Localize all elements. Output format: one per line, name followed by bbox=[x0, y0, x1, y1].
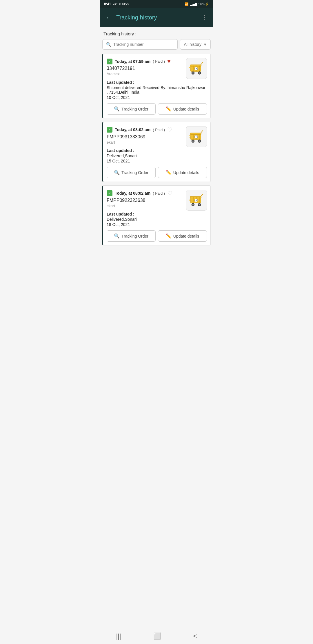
svg-point-38 bbox=[199, 204, 200, 205]
paid-badge-1: ( Paid ) bbox=[153, 128, 165, 132]
last-updated-label-0: Last updated : bbox=[107, 80, 207, 85]
favorite-icon-1[interactable]: ♡ bbox=[167, 126, 172, 133]
more-menu-button[interactable]: ⋮ bbox=[200, 13, 208, 22]
tracking-order-button-0[interactable]: 🔍 Tracking Order bbox=[107, 103, 156, 115]
favorite-icon-0[interactable]: ♥ bbox=[167, 58, 171, 65]
card-actions-2: 🔍 Tracking Order ✏️ Update details bbox=[107, 230, 207, 242]
card-datetime-row-2: ✓ Today, at 08:02 am ( Paid ) ♡ bbox=[107, 190, 183, 197]
svg-point-6 bbox=[192, 73, 194, 74]
tracking-card: ✓ Today, at 08:02 am ( Paid ) ♡ FMPP0931… bbox=[102, 122, 211, 182]
tracking-order-icon-0: 🔍 bbox=[114, 106, 120, 112]
header: ← Tracking history ⋮ bbox=[100, 8, 213, 27]
datetime-text-2: Today, at 08:02 am bbox=[115, 191, 150, 196]
checkbox-icon-2: ✓ bbox=[107, 190, 112, 196]
favorite-icon-2[interactable]: ♡ bbox=[167, 190, 172, 197]
courier-name-1: ekart bbox=[107, 140, 183, 144]
checkbox-icon-0: ✓ bbox=[107, 59, 112, 64]
filter-row: 🔍 All history ▼ bbox=[102, 39, 211, 50]
update-details-label-1: Update details bbox=[173, 170, 199, 175]
tracking-number-2: FMPP0922323638 bbox=[107, 198, 183, 203]
status-date-1: 15 Oct, 2021 bbox=[107, 159, 207, 163]
update-details-icon-1: ✏️ bbox=[166, 170, 172, 175]
card-header-2: ✓ Today, at 08:02 am ( Paid ) ♡ FMPP0922… bbox=[107, 190, 207, 211]
card-datetime-row-1: ✓ Today, at 08:02 am ( Paid ) ♡ bbox=[107, 126, 183, 133]
status-bar-right: 📶 ▂▄▆ 96%⚡ bbox=[185, 2, 209, 6]
datetime-text-1: Today, at 08:02 am bbox=[115, 127, 150, 132]
search-input[interactable] bbox=[113, 42, 174, 47]
history-dropdown[interactable]: All history ▼ bbox=[180, 39, 211, 50]
update-details-label-2: Update details bbox=[173, 234, 199, 238]
update-details-button-0[interactable]: ✏️ Update details bbox=[158, 103, 207, 115]
section-label: Tracking history : bbox=[103, 31, 211, 36]
status-text-0: Shipment delivered Received By: himanshu… bbox=[107, 85, 207, 95]
card-header-left-0: ✓ Today, at 07:59 am ( Paid ) ♥ 33407722… bbox=[107, 58, 183, 78]
tracking-order-label-0: Tracking Order bbox=[121, 107, 148, 111]
main-content: Tracking history : 🔍 All history ▼ ✓ Tod… bbox=[100, 27, 213, 254]
update-details-button-2[interactable]: ✏️ Update details bbox=[158, 230, 207, 242]
card-header-1: ✓ Today, at 08:02 am ( Paid ) ♡ FMPP0931… bbox=[107, 126, 207, 147]
status-date-2: 18 Oct, 2021 bbox=[107, 222, 207, 227]
search-icon: 🔍 bbox=[106, 42, 111, 47]
tracking-card: ✓ Today, at 07:59 am ( Paid ) ♥ 33407722… bbox=[102, 54, 211, 118]
status-text-1: Delivered,Sonari bbox=[107, 153, 207, 158]
cart-icon-0 bbox=[186, 58, 207, 79]
card-header-left-2: ✓ Today, at 08:02 am ( Paid ) ♡ FMPP0922… bbox=[107, 190, 183, 210]
checkbox-icon-1: ✓ bbox=[107, 127, 112, 133]
last-updated-label-2: Last updated : bbox=[107, 212, 207, 216]
svg-line-24 bbox=[201, 131, 203, 133]
update-details-button-1[interactable]: ✏️ Update details bbox=[158, 167, 207, 178]
cart-icon-2 bbox=[186, 190, 207, 211]
svg-point-23 bbox=[199, 141, 200, 142]
page-title: Tracking history bbox=[116, 14, 200, 21]
search-box[interactable]: 🔍 bbox=[102, 39, 178, 50]
card-header-0: ✓ Today, at 07:59 am ( Paid ) ♥ 33407722… bbox=[107, 58, 207, 79]
svg-point-21 bbox=[192, 141, 194, 142]
card-actions-0: 🔍 Tracking Order ✏️ Update details bbox=[107, 103, 207, 115]
tracking-order-icon-1: 🔍 bbox=[114, 170, 120, 175]
status-date-0: 10 Oct, 2021 bbox=[107, 95, 207, 100]
datetime-text-0: Today, at 07:59 am bbox=[115, 59, 150, 64]
status-network: 0 KB/s bbox=[119, 2, 129, 6]
svg-line-9 bbox=[201, 62, 203, 65]
update-details-label-0: Update details bbox=[173, 107, 199, 111]
tracking-order-button-2[interactable]: 🔍 Tracking Order bbox=[107, 230, 156, 242]
tracking-card: ✓ Today, at 08:02 am ( Paid ) ♡ FMPP0922… bbox=[102, 185, 211, 245]
cards-container: ✓ Today, at 07:59 am ( Paid ) ♥ 33407722… bbox=[102, 54, 211, 245]
paid-badge-0: ( Paid ) bbox=[153, 59, 165, 64]
status-text-2: Delivered,Sonari bbox=[107, 217, 207, 222]
svg-point-36 bbox=[192, 204, 194, 205]
status-time: 8:41 bbox=[104, 2, 111, 6]
signal-icon: ▂▄▆ bbox=[190, 2, 197, 6]
svg-point-8 bbox=[199, 73, 200, 74]
status-bar-left: 8:41 24° 0 KB/s bbox=[104, 2, 129, 6]
battery-icon: 96%⚡ bbox=[199, 2, 209, 6]
back-button[interactable]: ← bbox=[105, 13, 113, 22]
courier-name-0: Aramex bbox=[107, 72, 183, 76]
tracking-order-button-1[interactable]: 🔍 Tracking Order bbox=[107, 167, 156, 178]
tracking-order-label-2: Tracking Order bbox=[121, 234, 148, 238]
status-bar: 8:41 24° 0 KB/s 📶 ▂▄▆ 96%⚡ bbox=[100, 0, 213, 8]
update-details-icon-2: ✏️ bbox=[166, 233, 172, 239]
tracking-number-1: FMPP0931333069 bbox=[107, 134, 183, 140]
status-temp: 24° bbox=[113, 2, 118, 6]
wifi-icon: 📶 bbox=[185, 2, 189, 6]
chevron-down-icon: ▼ bbox=[203, 42, 207, 47]
history-dropdown-label: All history bbox=[184, 42, 201, 47]
tracking-order-icon-2: 🔍 bbox=[114, 233, 120, 239]
card-actions-1: 🔍 Tracking Order ✏️ Update details bbox=[107, 167, 207, 178]
tracking-number-0: 33407722191 bbox=[107, 66, 183, 71]
svg-line-39 bbox=[201, 194, 203, 196]
tracking-order-label-1: Tracking Order bbox=[121, 170, 148, 175]
update-details-icon-0: ✏️ bbox=[166, 106, 172, 112]
card-header-left-1: ✓ Today, at 08:02 am ( Paid ) ♡ FMPP0931… bbox=[107, 126, 183, 147]
paid-badge-2: ( Paid ) bbox=[153, 191, 165, 196]
card-datetime-row-0: ✓ Today, at 07:59 am ( Paid ) ♥ bbox=[107, 58, 183, 65]
last-updated-label-1: Last updated : bbox=[107, 148, 207, 153]
courier-name-2: ekart bbox=[107, 204, 183, 208]
cart-icon-1 bbox=[186, 126, 207, 147]
